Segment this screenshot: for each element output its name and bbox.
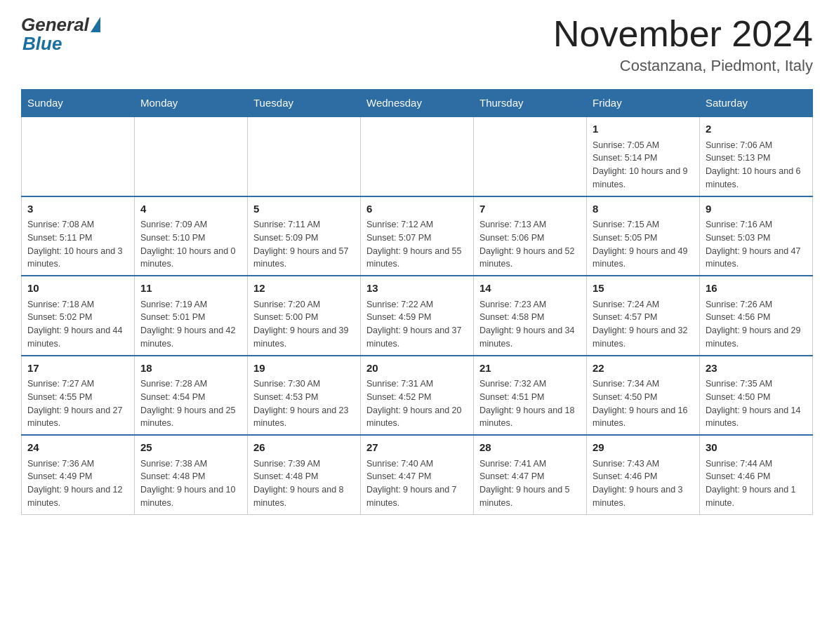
calendar-week-row: 1Sunrise: 7:05 AM Sunset: 5:14 PM Daylig… xyxy=(22,116,813,196)
calendar-cell xyxy=(135,116,248,196)
calendar-cell: 16Sunrise: 7:26 AM Sunset: 4:56 PM Dayli… xyxy=(700,276,813,356)
day-info: Sunrise: 7:18 AM Sunset: 5:02 PM Dayligh… xyxy=(27,298,128,351)
day-info: Sunrise: 7:31 AM Sunset: 4:52 PM Dayligh… xyxy=(366,377,468,430)
day-info: Sunrise: 7:36 AM Sunset: 4:49 PM Dayligh… xyxy=(27,457,128,510)
day-info: Sunrise: 7:23 AM Sunset: 4:58 PM Dayligh… xyxy=(479,298,581,351)
day-info: Sunrise: 7:26 AM Sunset: 4:56 PM Dayligh… xyxy=(706,298,807,351)
calendar-cell: 8Sunrise: 7:15 AM Sunset: 5:05 PM Daylig… xyxy=(587,196,700,276)
day-info: Sunrise: 7:27 AM Sunset: 4:55 PM Dayligh… xyxy=(27,377,128,430)
month-title: November 2024 xyxy=(553,14,813,54)
calendar-cell: 27Sunrise: 7:40 AM Sunset: 4:47 PM Dayli… xyxy=(361,435,474,514)
calendar-cell: 24Sunrise: 7:36 AM Sunset: 4:49 PM Dayli… xyxy=(22,435,135,514)
day-number: 12 xyxy=(253,281,355,297)
day-info: Sunrise: 7:06 AM Sunset: 5:13 PM Dayligh… xyxy=(706,139,807,192)
calendar-cell: 4Sunrise: 7:09 AM Sunset: 5:10 PM Daylig… xyxy=(135,196,248,276)
day-of-week-header: Thursday xyxy=(474,90,587,117)
day-info: Sunrise: 7:24 AM Sunset: 4:57 PM Dayligh… xyxy=(593,298,694,351)
day-number: 11 xyxy=(140,281,241,297)
day-number: 10 xyxy=(27,281,128,297)
day-info: Sunrise: 7:43 AM Sunset: 4:46 PM Dayligh… xyxy=(593,457,694,510)
calendar-cell: 7Sunrise: 7:13 AM Sunset: 5:06 PM Daylig… xyxy=(474,196,587,276)
day-of-week-header: Wednesday xyxy=(361,90,474,117)
calendar-week-row: 3Sunrise: 7:08 AM Sunset: 5:11 PM Daylig… xyxy=(22,196,813,276)
page-header: General Blue November 2024 Costanzana, P… xyxy=(21,14,813,75)
day-number: 26 xyxy=(253,440,355,456)
calendar-cell: 3Sunrise: 7:08 AM Sunset: 5:11 PM Daylig… xyxy=(22,196,135,276)
day-info: Sunrise: 7:32 AM Sunset: 4:51 PM Dayligh… xyxy=(479,377,581,430)
calendar-cell: 6Sunrise: 7:12 AM Sunset: 5:07 PM Daylig… xyxy=(361,196,474,276)
day-number: 1 xyxy=(593,121,694,137)
day-number: 24 xyxy=(27,440,128,456)
day-info: Sunrise: 7:20 AM Sunset: 5:00 PM Dayligh… xyxy=(253,298,355,351)
day-info: Sunrise: 7:30 AM Sunset: 4:53 PM Dayligh… xyxy=(253,377,355,430)
day-number: 27 xyxy=(366,440,468,456)
day-of-week-header: Monday xyxy=(135,90,248,117)
day-number: 13 xyxy=(366,281,468,297)
day-info: Sunrise: 7:28 AM Sunset: 4:54 PM Dayligh… xyxy=(140,377,241,430)
calendar-cell: 15Sunrise: 7:24 AM Sunset: 4:57 PM Dayli… xyxy=(587,276,700,356)
calendar-cell: 28Sunrise: 7:41 AM Sunset: 4:47 PM Dayli… xyxy=(474,435,587,514)
location-title: Costanzana, Piedmont, Italy xyxy=(553,57,813,75)
calendar-cell: 22Sunrise: 7:34 AM Sunset: 4:50 PM Dayli… xyxy=(587,356,700,436)
calendar-cell: 2Sunrise: 7:06 AM Sunset: 5:13 PM Daylig… xyxy=(700,116,813,196)
day-number: 20 xyxy=(366,361,468,377)
day-number: 25 xyxy=(140,440,241,456)
calendar-cell: 26Sunrise: 7:39 AM Sunset: 4:48 PM Dayli… xyxy=(248,435,361,514)
calendar-cell: 19Sunrise: 7:30 AM Sunset: 4:53 PM Dayli… xyxy=(248,356,361,436)
day-info: Sunrise: 7:41 AM Sunset: 4:47 PM Dayligh… xyxy=(479,457,581,510)
day-number: 19 xyxy=(253,361,355,377)
day-info: Sunrise: 7:09 AM Sunset: 5:10 PM Dayligh… xyxy=(140,218,241,271)
calendar-week-row: 24Sunrise: 7:36 AM Sunset: 4:49 PM Dayli… xyxy=(22,435,813,514)
calendar-cell xyxy=(361,116,474,196)
calendar-cell: 25Sunrise: 7:38 AM Sunset: 4:48 PM Dayli… xyxy=(135,435,248,514)
calendar-cell: 9Sunrise: 7:16 AM Sunset: 5:03 PM Daylig… xyxy=(700,196,813,276)
day-info: Sunrise: 7:40 AM Sunset: 4:47 PM Dayligh… xyxy=(366,457,468,510)
calendar-week-row: 10Sunrise: 7:18 AM Sunset: 5:02 PM Dayli… xyxy=(22,276,813,356)
calendar-header-row: SundayMondayTuesdayWednesdayThursdayFrid… xyxy=(22,90,813,117)
calendar-cell: 11Sunrise: 7:19 AM Sunset: 5:01 PM Dayli… xyxy=(135,276,248,356)
calendar-cell: 29Sunrise: 7:43 AM Sunset: 4:46 PM Dayli… xyxy=(587,435,700,514)
calendar-cell: 14Sunrise: 7:23 AM Sunset: 4:58 PM Dayli… xyxy=(474,276,587,356)
calendar-cell: 12Sunrise: 7:20 AM Sunset: 5:00 PM Dayli… xyxy=(248,276,361,356)
day-of-week-header: Saturday xyxy=(700,90,813,117)
day-info: Sunrise: 7:19 AM Sunset: 5:01 PM Dayligh… xyxy=(140,298,241,351)
day-number: 15 xyxy=(593,281,694,297)
day-number: 3 xyxy=(27,201,128,217)
calendar-cell: 5Sunrise: 7:11 AM Sunset: 5:09 PM Daylig… xyxy=(248,196,361,276)
day-info: Sunrise: 7:44 AM Sunset: 4:46 PM Dayligh… xyxy=(706,457,807,510)
day-info: Sunrise: 7:11 AM Sunset: 5:09 PM Dayligh… xyxy=(253,218,355,271)
day-info: Sunrise: 7:05 AM Sunset: 5:14 PM Dayligh… xyxy=(593,139,694,192)
calendar-cell: 30Sunrise: 7:44 AM Sunset: 4:46 PM Dayli… xyxy=(700,435,813,514)
day-of-week-header: Sunday xyxy=(22,90,135,117)
day-number: 28 xyxy=(479,440,581,456)
day-number: 30 xyxy=(706,440,807,456)
day-number: 18 xyxy=(140,361,241,377)
day-number: 23 xyxy=(706,361,807,377)
day-number: 2 xyxy=(706,121,807,137)
day-number: 22 xyxy=(593,361,694,377)
day-info: Sunrise: 7:39 AM Sunset: 4:48 PM Dayligh… xyxy=(253,457,355,510)
day-number: 21 xyxy=(479,361,581,377)
day-info: Sunrise: 7:08 AM Sunset: 5:11 PM Dayligh… xyxy=(27,218,128,271)
day-info: Sunrise: 7:15 AM Sunset: 5:05 PM Dayligh… xyxy=(593,218,694,271)
calendar-cell: 10Sunrise: 7:18 AM Sunset: 5:02 PM Dayli… xyxy=(22,276,135,356)
calendar-cell: 23Sunrise: 7:35 AM Sunset: 4:50 PM Dayli… xyxy=(700,356,813,436)
calendar-cell xyxy=(248,116,361,196)
calendar-cell: 13Sunrise: 7:22 AM Sunset: 4:59 PM Dayli… xyxy=(361,276,474,356)
calendar-cell: 18Sunrise: 7:28 AM Sunset: 4:54 PM Dayli… xyxy=(135,356,248,436)
day-number: 6 xyxy=(366,201,468,217)
day-number: 16 xyxy=(706,281,807,297)
calendar-week-row: 17Sunrise: 7:27 AM Sunset: 4:55 PM Dayli… xyxy=(22,356,813,436)
day-of-week-header: Friday xyxy=(587,90,700,117)
logo-blue-text: Blue xyxy=(22,33,62,55)
day-info: Sunrise: 7:38 AM Sunset: 4:48 PM Dayligh… xyxy=(140,457,241,510)
calendar-cell: 17Sunrise: 7:27 AM Sunset: 4:55 PM Dayli… xyxy=(22,356,135,436)
calendar-cell: 21Sunrise: 7:32 AM Sunset: 4:51 PM Dayli… xyxy=(474,356,587,436)
day-info: Sunrise: 7:35 AM Sunset: 4:50 PM Dayligh… xyxy=(706,377,807,430)
logo-triangle-icon xyxy=(91,17,100,32)
day-number: 8 xyxy=(593,201,694,217)
day-info: Sunrise: 7:34 AM Sunset: 4:50 PM Dayligh… xyxy=(593,377,694,430)
day-of-week-header: Tuesday xyxy=(248,90,361,117)
day-number: 9 xyxy=(706,201,807,217)
day-info: Sunrise: 7:13 AM Sunset: 5:06 PM Dayligh… xyxy=(479,218,581,271)
